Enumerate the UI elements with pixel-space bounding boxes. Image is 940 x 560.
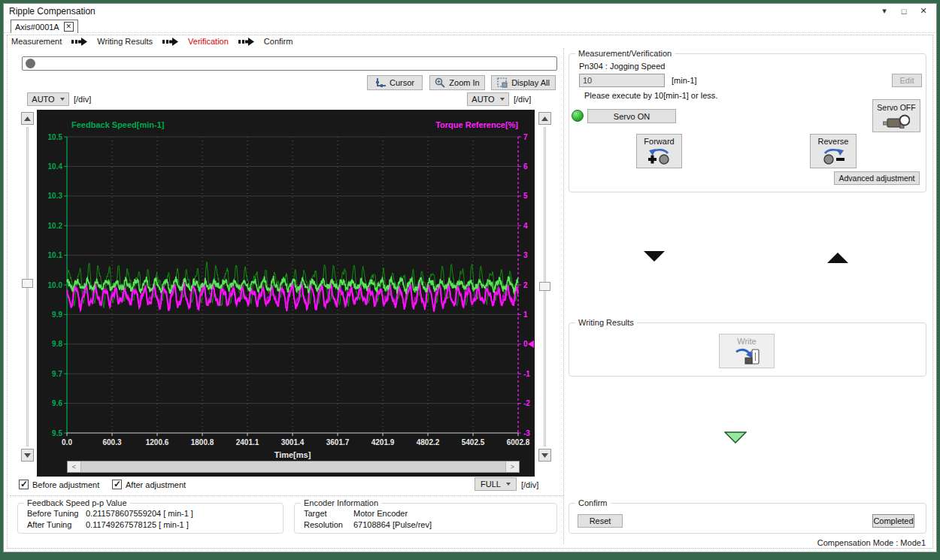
display-all-button-label: Display All [511,78,550,87]
slider-down-button[interactable] [21,449,34,462]
svg-text:7: 7 [523,133,528,141]
write-button[interactable]: Write [719,334,775,368]
group-title: Writing Results [575,318,637,327]
desktop-frame: Ripple Compensation ▾ □ ✕ Axis#0001A ✕ M… [0,0,940,560]
tab-axis0001a[interactable]: Axis#0001A ✕ [11,20,78,33]
chart-h-scrollbar: < > [67,461,520,473]
svg-text:4201.9: 4201.9 [371,438,395,446]
display-all-button[interactable]: Display All [491,75,556,90]
scroll-thumb[interactable] [80,462,506,472]
step-measurement: Measurement [11,37,62,46]
reverse-button[interactable]: Reverse [810,134,857,168]
edit-button[interactable]: Edit [892,74,922,87]
svg-text:10.4: 10.4 [48,162,63,171]
minimize-icon[interactable]: ▾ [876,5,893,17]
slider-up-button[interactable] [538,112,551,125]
pp-before-row: Before Tuning 0.211578607559204 [ min-1 … [27,509,193,518]
maximize-icon[interactable]: □ [896,5,912,17]
svg-text:4: 4 [523,222,528,230]
after-adjustment-label: After adjustment [126,480,186,489]
forward-label: Forward [644,137,674,146]
checkbox-checked-icon[interactable] [112,480,122,489]
flow-up-triangle [827,253,848,263]
write-label: Write [737,337,756,346]
left-scale-value: AUTO [32,95,54,104]
encoder-target-label: Target [304,509,353,518]
encoder-target-row: Target Motor Encoder [304,509,408,518]
tab-close-icon[interactable]: ✕ [64,22,74,32]
servo-off-button[interactable]: Servo OFF [872,99,920,132]
step-writing-results: Writing Results [97,37,153,46]
zoom-in-button-label: Zoom In [449,78,479,87]
bottom-scale-value: FULL [481,480,501,489]
slider-thumb[interactable] [539,282,550,291]
svg-text:3: 3 [523,251,528,259]
group-title: Measurement/Verification [575,49,675,58]
after-adjustment-checkbox[interactable]: After adjustment [112,480,186,489]
svg-text:10.1: 10.1 [48,251,63,259]
pp-after-label: After Tuning [27,520,86,529]
triangle-down-icon [541,453,548,458]
pp-before-label: Before Tuning [27,509,86,518]
flow-arrow-icon [162,38,178,46]
forward-button[interactable]: Forward [636,134,682,168]
right-scale-dropdown[interactable]: AUTO [467,92,509,106]
flow-arrow-icon [238,38,254,46]
before-adjustment-checkbox[interactable]: Before adjustment [19,480,99,489]
left-per-div-label: [/div] [74,95,91,104]
svg-text:2: 2 [523,281,528,289]
jogging-note: Please execute by 10[min-1] or less. [584,91,717,100]
pp-after-unit: [ min-1 ] [159,520,189,529]
forward-jog-icon [647,147,672,165]
servo-on-button[interactable]: Servo ON [587,109,676,123]
measurement-verification-group: Measurement/Verification Pn304 : Jogging… [569,53,926,192]
svg-text:3001.4: 3001.4 [281,438,305,446]
bottom-per-div-label: [/div] [521,480,538,489]
step-confirm: Confirm [264,37,293,46]
tab-label: Axis#0001A [15,23,59,32]
svg-text:10.3: 10.3 [48,192,63,200]
display-all-icon [497,77,508,88]
completed-button[interactable]: Completed [872,514,914,528]
zoom-in-button[interactable]: Zoom In [429,75,485,90]
servo-off-label: Servo OFF [877,103,915,112]
chart-panel[interactable]: 10.510.410.310.210.110.09.99.89.79.69.57… [37,110,535,477]
slider-up-button[interactable] [21,112,34,125]
left-scale-dropdown[interactable]: AUTO [27,92,69,106]
svg-text:5: 5 [523,192,528,200]
svg-text:3601.7: 3601.7 [326,438,350,446]
svg-text:Time[ms]: Time[ms] [274,450,311,459]
slider-thumb[interactable] [22,279,33,288]
waveform-plot[interactable]: 10.510.410.310.210.110.09.99.89.79.69.57… [37,110,535,460]
scroll-left-button[interactable]: < [68,462,80,472]
breadcrumb: Measurement Writing Results Verification… [11,37,293,46]
jogging-speed-input[interactable]: 10 [579,74,665,87]
advanced-adjustment-button[interactable]: Advanced adjustment [834,171,920,185]
compensation-mode-label: Compensation Mode : Mode1 [817,538,926,547]
confirm-group: Confirm Reset Completed [569,503,926,534]
writing-results-group: Writing Results Write [569,322,926,377]
titlebar: Ripple Compensation ▾ □ ✕ [4,4,936,19]
magnifier-plus-icon [435,77,445,88]
svg-text:9.5: 9.5 [52,429,62,437]
slider-down-button[interactable] [538,449,551,462]
triangle-up-icon [24,117,31,121]
cursor-button-label: Cursor [390,78,414,87]
bottom-scale-dropdown[interactable]: FULL [475,477,517,491]
triangle-down-icon [24,453,31,458]
close-icon[interactable]: ✕ [915,5,932,17]
svg-text:6: 6 [523,162,528,171]
scroll-right-button[interactable]: > [506,462,519,472]
svg-text:1: 1 [523,310,528,319]
chevron-down-icon [60,98,65,101]
flow-down-triangle [644,251,665,262]
svg-text:9.7: 9.7 [52,370,62,378]
cursor-button[interactable]: Cursor [367,75,423,90]
right-scale-slider [538,112,551,462]
pp-after-value: 0.11749267578125 [86,520,156,529]
tab-strip: Axis#0001A ✕ [4,19,936,33]
reset-button[interactable]: Reset [578,514,623,528]
group-title: Encoder Information [301,498,381,507]
svg-text:10.2: 10.2 [48,222,63,230]
checkbox-checked-icon[interactable] [19,480,29,489]
